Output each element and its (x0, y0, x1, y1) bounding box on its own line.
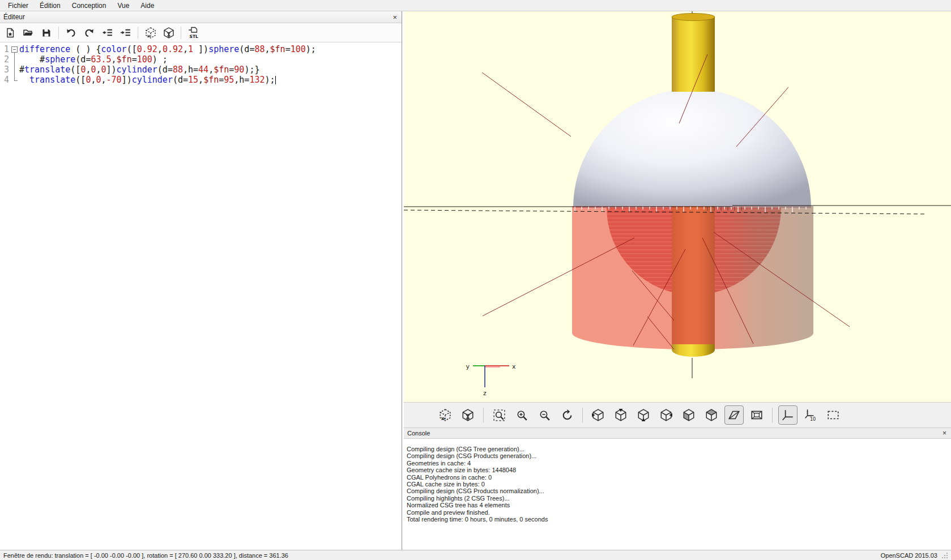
new-file-icon (5, 28, 15, 38)
save-button[interactable] (39, 25, 54, 40)
svg-text:STL: STL (189, 34, 198, 39)
code-line[interactable]: 3#translate([0,0,0])cylinder(d=88,h=44,$… (0, 65, 402, 75)
menu-items: FichierÉditionConceptionVueAide (2, 1, 160, 11)
console-line: Compile and preview finished. (407, 509, 951, 516)
status-bar: Fenêtre de rendu: translation = [ -0.00 … (0, 550, 951, 560)
axis-label-y: y (466, 363, 470, 370)
redo-icon (84, 27, 95, 38)
render-button[interactable] (161, 25, 176, 40)
view-left-button[interactable] (656, 405, 676, 425)
view-toolbar (404, 402, 951, 428)
openscad-window: FichierÉditionConceptionVueAide Éditeur … (0, 0, 951, 560)
reset-view-button[interactable] (557, 405, 577, 425)
new-file-button[interactable] (2, 25, 18, 40)
fold-marker-icon (11, 54, 19, 65)
cube-top-view-icon (614, 408, 628, 422)
menu-item-2[interactable]: Conception (66, 1, 112, 11)
code-editor[interactable]: 1−difference ( ) {color([0.92,0.92,1 ])s… (0, 42, 402, 550)
cube-bottom-view-icon (637, 408, 650, 422)
indent-icon (120, 27, 131, 38)
zoom-all-button[interactable] (489, 405, 509, 425)
preview-button[interactable] (436, 405, 455, 425)
code-line[interactable]: 2 #sphere(d=63.5,$fn=100) ; (0, 54, 402, 65)
toolbar-separator (772, 408, 773, 422)
fold-marker-icon[interactable]: − (11, 44, 19, 54)
code-text: difference ( ) {color([0.92,0.92,1 ])sph… (19, 44, 316, 54)
right-pane: y x z (404, 11, 951, 550)
cube-front-view-icon (682, 408, 696, 422)
toolbar-separator (483, 408, 484, 422)
undo-icon (66, 27, 76, 38)
console-line: Compiling design (CSG Products normaliza… (407, 488, 951, 494)
toolbar-separator (181, 27, 181, 39)
code-line[interactable]: 1−difference ( ) {color([0.92,0.92,1 ])s… (0, 44, 402, 54)
console-line: Normalized CSG tree has 4 elements (407, 502, 951, 508)
zoom-in-button[interactable] (512, 405, 531, 425)
export-stl-icon: STL (187, 27, 200, 39)
fold-marker-icon (11, 75, 19, 85)
code-text: #translate([0,0,0])cylinder(d=88,h=44,$f… (19, 65, 259, 75)
view-all-button[interactable] (824, 405, 843, 425)
zoom-out-button[interactable] (535, 405, 554, 425)
editor-title: Éditeur (3, 13, 25, 21)
console-line: Total rendering time: 0 hours, 0 minutes… (407, 516, 951, 523)
cube-right-view-icon (591, 408, 605, 422)
menu-bar: FichierÉditionConceptionVueAide (0, 0, 951, 11)
line-number: 3 (0, 65, 11, 75)
console-output[interactable]: Compiling design (CSG Tree generation)..… (404, 439, 951, 550)
console-line: Compiling design (CSG Tree generation)..… (407, 446, 951, 452)
highlight-cylinder (572, 206, 813, 349)
console-title: Console (407, 430, 430, 437)
line-number: 1 (0, 44, 11, 54)
code-line[interactable]: 4 translate([0,0,-70])cylinder(d=15,$fn=… (0, 75, 402, 85)
editor-close-icon[interactable]: × (391, 14, 398, 21)
editor-titlebar: Éditeur × (0, 11, 402, 23)
text-cursor (275, 76, 276, 84)
render-button[interactable] (458, 405, 477, 425)
console-panel: Console × Compiling design (CSG Tree gen… (404, 428, 951, 550)
console-line: CGAL cache size in bytes: 0 (407, 481, 951, 488)
orthogonal-icon (750, 408, 764, 422)
open-file-button[interactable] (20, 25, 36, 40)
zoom-all-icon (493, 409, 506, 422)
export-stl-button[interactable]: STL (186, 25, 201, 40)
show-axes-button[interactable] (778, 405, 798, 425)
render-cube-icon (461, 408, 475, 422)
cube-left-view-icon (659, 408, 673, 422)
undo-button[interactable] (63, 25, 79, 40)
view-back-button[interactable] (702, 405, 721, 425)
view-right-button[interactable] (588, 405, 608, 425)
floppy-save-icon (41, 28, 52, 38)
unindent-button[interactable] (100, 25, 115, 40)
line-number: 2 (0, 54, 11, 65)
view-bottom-button[interactable] (634, 405, 653, 425)
menu-item-4[interactable]: Aide (135, 1, 160, 11)
console-line: Compiling design (CSG Products generatio… (407, 452, 951, 459)
preview-cube-icon (144, 27, 157, 39)
console-titlebar: Console × (404, 428, 951, 439)
orthogonal-button[interactable] (747, 405, 766, 425)
console-close-icon[interactable]: × (941, 430, 948, 437)
perspective-button[interactable] (724, 405, 744, 425)
toolbar-separator (58, 27, 59, 39)
resize-grip-icon[interactable] (942, 553, 948, 558)
preview-button[interactable] (143, 25, 158, 40)
toolbar-separator (138, 27, 138, 39)
preview-cube-icon (438, 408, 452, 422)
menu-item-3[interactable]: Vue (112, 1, 135, 11)
console-line: Geometry cache size in bytes: 1448048 (407, 467, 951, 473)
perspective-icon (727, 408, 741, 422)
code-text: translate([0,0,-70])cylinder(d=15,$fn=95… (19, 75, 276, 85)
menu-item-0[interactable]: Fichier (2, 1, 34, 11)
menu-item-1[interactable]: Édition (34, 1, 66, 11)
redo-button[interactable] (82, 25, 97, 40)
version-text: OpenSCAD 2015.03 (881, 552, 937, 559)
view-top-button[interactable] (611, 405, 630, 425)
axis-label-x: x (512, 363, 516, 370)
show-scale-markers-button[interactable] (801, 405, 820, 425)
indent-button[interactable] (118, 25, 133, 40)
line-number: 4 (0, 75, 11, 85)
view-front-button[interactable] (679, 405, 698, 425)
render-cube-icon (163, 27, 175, 39)
viewport-3d[interactable]: y x z (404, 11, 951, 402)
